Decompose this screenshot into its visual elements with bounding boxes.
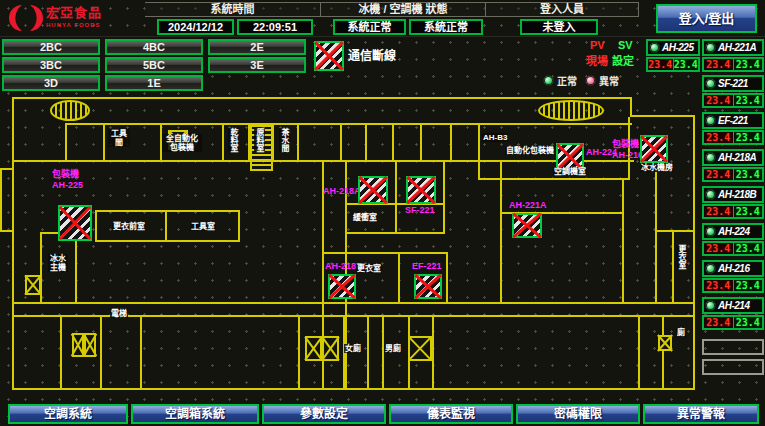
- pv-value: 23.4: [704, 206, 734, 217]
- unit-name: EF-221: [718, 115, 748, 126]
- floor-button-4bc[interactable]: 4BC: [105, 39, 203, 55]
- sv-value: 23.4: [734, 169, 763, 180]
- room-label: 女廁: [344, 344, 362, 353]
- nav-button-ac-system[interactable]: 空調系統: [8, 404, 128, 424]
- elevator-icon: [322, 336, 339, 361]
- floor-button-2e[interactable]: 2E: [208, 39, 306, 55]
- room-label: 更衣室: [676, 245, 687, 269]
- system-time-label: 系統時間: [145, 2, 321, 17]
- wall: [65, 123, 632, 125]
- nav-button-ahu-system[interactable]: 空調箱系統: [131, 404, 259, 424]
- unit-sf-221[interactable]: SF-221: [702, 75, 764, 92]
- login-person-label: 登入人員: [486, 2, 639, 17]
- room-label: 電梯: [110, 309, 128, 318]
- machine-status-label: 冰機 / 空調機 狀態: [321, 2, 486, 17]
- unit-ah-225-values: 23.4 23.4: [646, 57, 700, 72]
- wall: [672, 230, 674, 302]
- wall: [65, 123, 67, 162]
- unit-ef-221[interactable]: EF-221: [702, 112, 764, 129]
- unit-ah-225[interactable]: AH-225: [646, 39, 700, 56]
- empty-slot: [702, 359, 764, 375]
- unit-ah-218a[interactable]: AH-218A: [702, 149, 764, 166]
- wall: [95, 240, 240, 242]
- unit-ah-218b-values: 23.4 23.4: [702, 204, 764, 219]
- wall: [443, 160, 445, 234]
- status-led-icon: [705, 189, 716, 200]
- room-label: 全自動化包裝機: [162, 134, 202, 152]
- unit-ah-214[interactable]: AH-214: [702, 297, 764, 314]
- brand-name-en: HUNYA FOODS: [46, 22, 101, 28]
- room-label: 空調機室: [553, 167, 587, 176]
- wall: [100, 315, 102, 388]
- pv-value: 23.4: [704, 59, 734, 70]
- equipment-ah-221a-comm-error[interactable]: [512, 213, 542, 238]
- header-bar: 宏亞食品 HUNYA FOODS 系統時間 冰機 / 空調機 狀態 登入人員 2…: [0, 0, 765, 37]
- pv-value: 23.4: [648, 59, 674, 70]
- nav-button-meters[interactable]: 儀表監視: [389, 404, 513, 424]
- equipment-label-ef-221: EF-221: [412, 262, 442, 271]
- equipment-ah-218b-comm-error[interactable]: [328, 274, 356, 299]
- wall: [0, 230, 14, 232]
- wall: [395, 160, 397, 234]
- wall: [12, 388, 695, 390]
- wall: [238, 210, 240, 242]
- empty-slot: [702, 339, 764, 355]
- wall: [345, 232, 445, 234]
- brand-name: 宏亞食品: [46, 6, 102, 19]
- floor-button-5bc[interactable]: 5BC: [105, 57, 203, 73]
- unit-ah-216[interactable]: AH-216: [702, 260, 764, 277]
- room-label: 男廁: [384, 344, 402, 353]
- unit-ah-218b[interactable]: AH-218B: [702, 186, 764, 203]
- pv-value: 23.4: [704, 243, 734, 254]
- wall: [0, 168, 14, 170]
- floor-button-2bc[interactable]: 2BC: [2, 39, 100, 55]
- equipment-ah-216-comm-error[interactable]: [640, 135, 668, 163]
- nav-button-password[interactable]: 密碼權限: [516, 404, 640, 424]
- equipment-ah-218a-comm-error[interactable]: [358, 176, 388, 204]
- room-label: 工具間: [108, 129, 130, 147]
- room-label: 緩衝室: [352, 213, 378, 222]
- status-led-icon: [649, 42, 660, 53]
- unit-ah-216-values: 23.4 23.4: [702, 278, 764, 293]
- unit-ah-221a[interactable]: AH-221A: [702, 39, 764, 56]
- unit-name: AH-225: [662, 42, 693, 53]
- nav-button-alarms[interactable]: 異常警報: [643, 404, 759, 424]
- comm-error-legend-icon: [314, 41, 344, 71]
- equipment-label-sf-221: SF-221: [405, 206, 435, 215]
- wall: [12, 97, 632, 99]
- room-label: 冰水機房: [640, 163, 674, 172]
- status-led-icon: [705, 152, 716, 163]
- status-led-icon: [705, 263, 716, 274]
- nav-button-parameters[interactable]: 參數設定: [262, 404, 386, 424]
- wall: [60, 315, 62, 388]
- wall: [622, 178, 624, 304]
- system-date-value: 2024/12/12: [157, 19, 234, 35]
- wall: [103, 123, 105, 162]
- floor-button-3d[interactable]: 3D: [2, 75, 100, 91]
- wall: [12, 302, 695, 304]
- unit-name: AH-221A: [718, 42, 756, 53]
- system-clock-value: 22:09:51: [237, 19, 313, 35]
- unit-name: AH-216: [718, 263, 749, 274]
- floor-button-3bc[interactable]: 3BC: [2, 57, 100, 73]
- floor-button-3e[interactable]: 3E: [208, 57, 306, 73]
- wall: [630, 97, 632, 117]
- room-label: 更衣室: [356, 264, 382, 273]
- room-label: 工具室: [190, 222, 216, 231]
- unit-sf-221-values: 23.4 23.4: [702, 93, 764, 108]
- sv-value: 23.4: [734, 132, 763, 143]
- equipment-ef-221-comm-error[interactable]: [414, 274, 442, 299]
- wall: [420, 123, 422, 162]
- floor-button-1e[interactable]: 1E: [105, 75, 203, 91]
- equipment-ah-225-comm-error[interactable]: [58, 205, 92, 241]
- elevator-icon: [84, 333, 96, 357]
- login-logout-button[interactable]: 登入/登出: [656, 4, 757, 33]
- wall: [0, 168, 2, 232]
- wall: [322, 252, 448, 254]
- equipment-sf-221-comm-error[interactable]: [406, 176, 436, 204]
- status-led-icon: [705, 226, 716, 237]
- stairs-icon: [50, 100, 90, 121]
- room-label: 自動化包裝機: [505, 146, 555, 155]
- unit-ah-224[interactable]: AH-224: [702, 223, 764, 240]
- unit-ah-221a-values: 23.4 23.4: [702, 57, 764, 72]
